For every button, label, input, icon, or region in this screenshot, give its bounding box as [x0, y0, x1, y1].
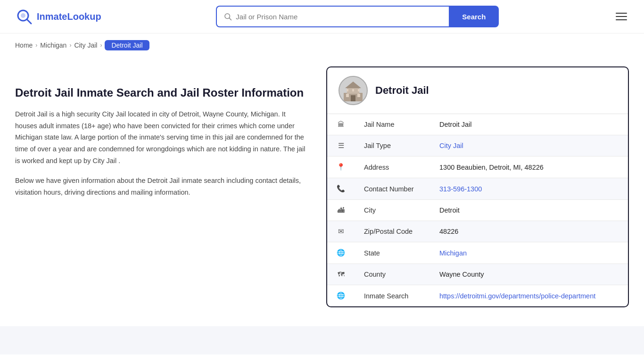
search-input[interactable]	[236, 13, 442, 21]
table-row: ✉Zip/Postal Code48226	[327, 221, 628, 242]
table-row: ☰Jail TypeCity Jail	[327, 135, 628, 156]
table-row: 🌐StateMichigan	[327, 242, 628, 264]
row-icon: 📞	[327, 178, 355, 200]
svg-rect-10	[357, 94, 360, 97]
row-label: Contact Number	[355, 178, 430, 200]
left-column: Detroit Jail Inmate Search and Jail Rost…	[15, 66, 307, 207]
row-value[interactable]: https://detroitmi.gov/departments/police…	[430, 285, 628, 307]
table-row: 🏙CityDetroit	[327, 200, 628, 221]
table-row: 🏛Jail NameDetroit Jail	[327, 114, 628, 135]
row-label: Zip/Postal Code	[355, 221, 430, 242]
row-value[interactable]: 313-596-1300	[430, 178, 628, 200]
table-row: 🌐Inmate Searchhttps://detroitmi.gov/depa…	[327, 285, 628, 307]
breadcrumb-chevron-3: ›	[100, 42, 102, 49]
breadcrumb-current: Detroit Jail	[105, 40, 149, 50]
page-description-1: Detroit Jail is a high security City Jai…	[15, 108, 307, 166]
card-header: Detroit Jail	[327, 67, 628, 114]
row-label: City	[355, 200, 430, 221]
main-content: Detroit Jail Inmate Search and Jail Rost…	[0, 57, 644, 326]
row-icon: 🏛	[327, 114, 355, 135]
row-link[interactable]: 313-596-1300	[439, 185, 482, 193]
svg-rect-8	[351, 95, 355, 101]
svg-point-2	[21, 13, 25, 18]
row-icon: 🗺	[327, 264, 355, 285]
row-icon: 📍	[327, 156, 355, 178]
row-value: Detroit	[430, 200, 628, 221]
row-label: Inmate Search	[355, 285, 430, 307]
svg-line-4	[230, 18, 231, 20]
site-header: InmateLookup Search	[0, 0, 644, 33]
row-link[interactable]: https://detroitmi.gov/departments/police…	[439, 292, 595, 300]
logo-icon	[15, 8, 33, 25]
breadcrumb: Home › Michigan › City Jail › Detroit Ja…	[0, 33, 644, 57]
row-icon: ☰	[327, 135, 355, 156]
search-button[interactable]: Search	[449, 6, 499, 27]
row-value: Wayne County	[430, 264, 628, 285]
row-link[interactable]: City Jail	[439, 142, 463, 149]
row-link[interactable]: Michigan	[439, 249, 467, 257]
search-icon	[223, 12, 232, 21]
row-icon: ✉	[327, 221, 355, 242]
breadcrumb-michigan[interactable]: Michigan	[40, 41, 66, 49]
row-value: Detroit Jail	[430, 114, 628, 135]
row-label: Address	[355, 156, 430, 178]
row-label: County	[355, 264, 430, 285]
table-row: 📍Address1300 Beaubien, Detroit, MI, 4822…	[327, 156, 628, 178]
svg-rect-12	[352, 89, 354, 91]
svg-rect-9	[346, 94, 349, 97]
footer-bar	[0, 326, 644, 354]
breadcrumb-chevron-1: ›	[35, 42, 37, 49]
info-card: Detroit Jail 🏛Jail NameDetroit Jail☰Jail…	[326, 66, 629, 307]
site-logo[interactable]: InmateLookup	[15, 8, 101, 25]
hamburger-line-1	[616, 13, 627, 14]
breadcrumb-home[interactable]: Home	[15, 41, 33, 49]
row-value[interactable]: Michigan	[430, 242, 628, 264]
hamburger-line-3	[616, 19, 627, 20]
svg-marker-7	[345, 82, 361, 88]
table-row: 📞Contact Number313-596-1300	[327, 178, 628, 200]
hamburger-line-2	[616, 16, 627, 17]
logo-text: InmateLookup	[37, 11, 101, 22]
row-value[interactable]: City Jail	[430, 135, 628, 156]
page-title: Detroit Jail Inmate Search and Jail Rost…	[15, 85, 307, 100]
table-row: 🗺CountyWayne County	[327, 264, 628, 285]
search-bar: Search	[216, 6, 499, 27]
row-label: Jail Type	[355, 135, 430, 156]
svg-rect-13	[358, 89, 360, 91]
search-input-wrapper	[216, 6, 449, 27]
row-label: Jail Name	[355, 114, 430, 135]
svg-line-1	[27, 19, 31, 24]
row-label: State	[355, 242, 430, 264]
breadcrumb-city-jail[interactable]: City Jail	[74, 41, 97, 49]
row-value: 1300 Beaubien, Detroit, MI, 48226	[430, 156, 628, 178]
info-table: 🏛Jail NameDetroit Jail☰Jail TypeCity Jai…	[327, 114, 628, 306]
jail-avatar	[339, 76, 368, 105]
row-value: 48226	[430, 221, 628, 242]
breadcrumb-chevron-2: ›	[69, 42, 71, 49]
row-icon: 🌐	[327, 285, 355, 307]
hamburger-menu[interactable]	[614, 11, 629, 22]
row-icon: 🌐	[327, 242, 355, 264]
jail-building-icon	[341, 79, 365, 102]
svg-rect-11	[347, 89, 348, 91]
card-jail-name: Detroit Jail	[375, 84, 429, 97]
page-description-2: Below we have given information about th…	[15, 175, 307, 198]
row-icon: 🏙	[327, 200, 355, 221]
